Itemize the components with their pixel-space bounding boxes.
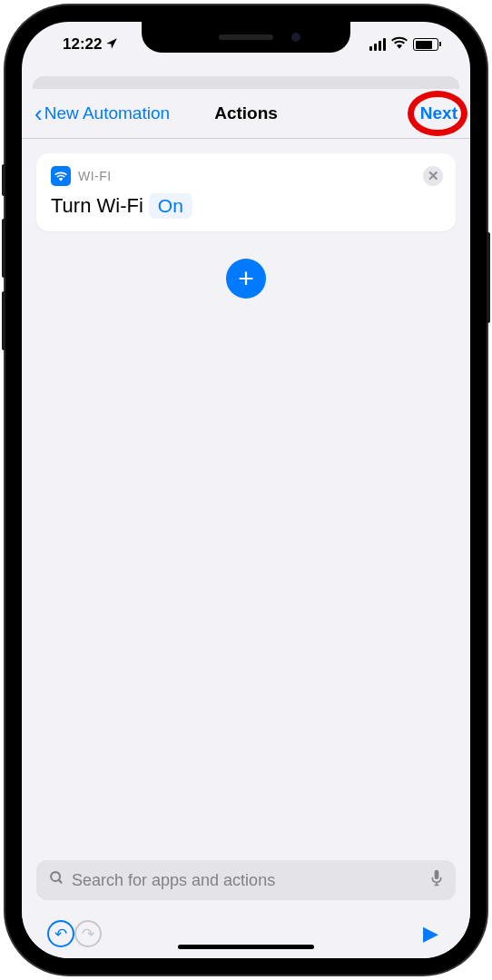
action-description: Turn Wi-Fi On <box>51 193 441 219</box>
x-icon: ✕ <box>428 168 439 184</box>
modal-sheet: ‹ New Automation Actions Next <box>22 89 470 958</box>
mute-switch <box>2 164 5 196</box>
battery-icon <box>413 38 438 51</box>
notch <box>142 22 350 53</box>
front-camera <box>291 33 300 42</box>
content-area: WI-FI ✕ Turn Wi-Fi On + <box>22 139 470 860</box>
phone-frame: 12:22 <box>5 5 487 975</box>
search-bar[interactable]: Search for apps and actions <box>36 860 456 900</box>
svg-rect-2 <box>435 870 439 879</box>
microphone-icon[interactable] <box>430 869 443 891</box>
screen: 12:22 <box>22 22 470 958</box>
volume-down-button <box>2 291 5 350</box>
svg-point-0 <box>51 872 60 881</box>
page-title: Actions <box>214 103 278 123</box>
back-label: New Automation <box>44 103 170 123</box>
add-action-button[interactable]: + <box>226 259 266 299</box>
speaker <box>219 34 273 40</box>
status-time: 12:22 <box>63 35 102 54</box>
remove-action-button[interactable]: ✕ <box>423 166 443 186</box>
cellular-signal-icon <box>369 38 386 51</box>
redo-button: ↷ <box>74 920 102 947</box>
undo-button[interactable]: ↶ <box>47 920 74 947</box>
wifi-icon <box>51 166 71 186</box>
chevron-left-icon: ‹ <box>34 102 43 125</box>
back-button[interactable]: ‹ New Automation <box>34 102 170 125</box>
action-category-label: WI-FI <box>78 169 112 183</box>
svg-line-1 <box>59 880 63 884</box>
next-button[interactable]: Next <box>420 103 458 123</box>
power-button <box>487 232 490 323</box>
action-card[interactable]: WI-FI ✕ Turn Wi-Fi On <box>36 153 456 231</box>
play-icon: ▶ <box>423 922 438 946</box>
wifi-status-icon <box>391 35 408 54</box>
action-parameter[interactable]: On <box>149 193 192 219</box>
bottom-toolbar: ↶ ↷ ▶ <box>22 909 470 958</box>
undo-icon: ↶ <box>54 925 67 944</box>
search-icon <box>49 870 64 890</box>
redo-icon: ↷ <box>82 925 94 944</box>
action-text-label: Turn Wi-Fi <box>51 194 143 218</box>
play-button[interactable]: ▶ <box>416 919 445 948</box>
search-placeholder: Search for apps and actions <box>72 871 423 890</box>
navigation-bar: ‹ New Automation Actions Next <box>22 89 470 139</box>
search-area: Search for apps and actions <box>22 860 470 909</box>
home-indicator[interactable] <box>178 945 314 949</box>
plus-icon: + <box>238 263 254 294</box>
location-services-icon <box>105 37 118 53</box>
volume-up-button <box>2 219 5 278</box>
